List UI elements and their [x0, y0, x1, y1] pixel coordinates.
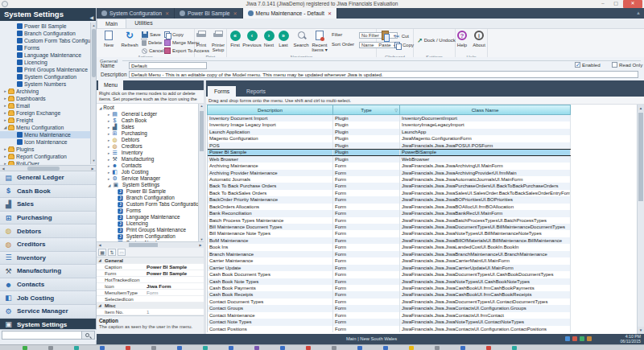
copy-menu-button[interactable]: Copy	[164, 31, 184, 39]
ribbon-tab[interactable]: Utilities	[126, 19, 161, 28]
dock-undock-button[interactable]: ↗Dock / Undock	[417, 37, 456, 44]
menu-tree-node[interactable]: J Forms	[97, 208, 204, 214]
enabled-checkbox[interactable]: Enabled	[575, 62, 601, 68]
table-row[interactable]: BackOrder Priority Maintenance Form Jiwa…	[208, 196, 571, 203]
cancel-button[interactable]: Cancel	[142, 47, 164, 55]
menu-tree-node[interactable]: J Power BI Sample	[97, 188, 204, 195]
description-input[interactable]: Default Menu - This is an editable copy …	[129, 71, 638, 78]
last-button[interactable]: » Last	[276, 31, 291, 47]
name-input[interactable]: Default	[129, 62, 207, 69]
property-value[interactable]: Form	[147, 290, 204, 295]
expander-icon[interactable]: ▸	[108, 151, 109, 155]
table-row[interactable]: Book Ins Form JiwaFinancials.Jiwa.JiwaLa…	[208, 244, 571, 250]
module-nav-item[interactable]: ☻ Contacts	[0, 278, 96, 292]
property-pages-button[interactable]: ▭	[118, 249, 126, 256]
table-row[interactable]: Branch Maintenance Form JiwaFinancials.J…	[208, 251, 571, 257]
table-row[interactable]: Cash Book Document Types Form JiwaFinanc…	[208, 271, 571, 278]
table-row[interactable]: Magento Configuration Plugin JiwaMagento…	[208, 135, 571, 142]
alphabetical-sort-button[interactable]: ⇅	[108, 249, 116, 256]
table-row[interactable]: Bank Reconciliation Form JiwaFinancials.…	[208, 210, 571, 216]
expander-icon[interactable]: ▸	[108, 145, 109, 149]
property-value[interactable]: Power BI Sample	[147, 264, 204, 270]
save-button[interactable]: Save	[142, 31, 161, 39]
taskbar-app-icon[interactable]	[357, 346, 362, 350]
table-row[interactable]: Cash Book Note Types Form JiwaFinancials…	[208, 278, 571, 285]
search-input[interactable]	[2, 331, 82, 340]
scroll-right-icon[interactable]: ▶	[197, 242, 204, 249]
scroll-down-icon[interactable]: ▼	[638, 327, 644, 334]
sidebar-tree-item[interactable]: Forms	[0, 44, 96, 51]
menu-tree-node[interactable]: ▸ ☰ Inventory	[97, 150, 204, 156]
taskbar-app-icon[interactable]	[100, 346, 105, 350]
menu-tree-node[interactable]: ▸ ◍ Creditors	[97, 143, 204, 150]
document-tab[interactable]: Menu Maintenance - Default ✕	[243, 8, 337, 19]
table-row[interactable]: Carrier Update Form JiwaFinancials.Jiwa.…	[208, 265, 571, 271]
sidebar-tree-item[interactable]: Power BI Sample	[0, 23, 96, 30]
grid-scrollbar[interactable]: ▲ ▼	[637, 105, 644, 334]
property-row[interactable]: ◢ Misc	[97, 303, 204, 309]
about-button[interactable]: i About	[470, 31, 488, 47]
expander-icon[interactable]: ▸	[2, 88, 8, 95]
module-nav-item[interactable]: ▟ Sales	[0, 198, 96, 212]
help-button[interactable]: ? Help	[454, 31, 470, 47]
taskbar-app-icon[interactable]	[332, 346, 336, 350]
expander-icon[interactable]: ▸	[108, 177, 109, 181]
sidebar-tree-item[interactable]: ▸ Report Configuration	[0, 153, 96, 160]
table-row[interactable]: Contact Note Types Form JiwaFinancials.J…	[208, 319, 571, 325]
status-icon[interactable]	[565, 336, 570, 341]
menu-tree-node[interactable]: ▸ $ Cash Book	[97, 117, 204, 124]
document-tab[interactable]: Power BI Sample ✕	[175, 8, 243, 19]
expander-icon[interactable]: ▸	[2, 102, 8, 109]
taskbar-app-icon[interactable]	[254, 346, 259, 350]
sidebar-tree-item[interactable]: ▸ Email	[0, 102, 96, 109]
sidebar-tree-item[interactable]: ▸ Archiving	[0, 88, 96, 95]
expander-icon[interactable]: ◢	[99, 106, 101, 110]
table-row[interactable]: Back To BackSales Orders Form JiwaFinanc…	[208, 190, 571, 196]
property-row[interactable]: Item No. 1	[97, 309, 204, 315]
menu-tree-node[interactable]: J Custom Form Tabs Configuratio	[97, 201, 204, 208]
new-button[interactable]: New	[98, 31, 119, 47]
property-row[interactable]: Form Power BI Sample	[97, 270, 204, 277]
menu-tree-node[interactable]: ▸ ⚒ Manufacturing	[97, 156, 204, 163]
sidebar-tree-item[interactable]: ▸ Foreign Exchange	[0, 109, 96, 117]
table-row[interactable]: Contact Groups Form JiwaFinancials.Jiwa.…	[208, 305, 571, 311]
taskbar-app-icon[interactable]	[229, 346, 233, 350]
table-row[interactable]: Cash Book Payments Form JiwaFinancials.J…	[208, 285, 571, 291]
menu-tree-node[interactable]: ▸ ▟ Sales	[97, 124, 204, 130]
expander-icon[interactable]: ▸	[108, 158, 109, 162]
table-row[interactable]: Bill Maintenance Document Types Form Jiw…	[208, 224, 571, 230]
taskbar-app-icon[interactable]	[74, 346, 79, 350]
table-row[interactable]: Contact Positions Form JiwaFinancials.Ji…	[208, 326, 571, 332]
menu-tree-scrollbar[interactable]: ▲ ▼	[198, 104, 204, 241]
taskbar-app-icon[interactable]	[460, 346, 465, 350]
print-button[interactable]: Print	[192, 31, 210, 47]
ribbon-tab[interactable]: Main	[97, 19, 126, 28]
taskbar-app-icon[interactable]	[126, 346, 130, 350]
module-nav-item[interactable]: ◧ Job Costing	[0, 291, 96, 305]
sidebar-tree-item[interactable]: ▸ Dashboards	[0, 95, 96, 102]
module-nav-item[interactable]: ⚒ Manufacturing	[0, 265, 96, 278]
table-row[interactable]: Carrier Maintenance Form JiwaFinancials.…	[208, 257, 571, 264]
property-value[interactable]	[116, 303, 204, 308]
expander-icon[interactable]: ▸	[108, 164, 109, 168]
sidebar-tree-item[interactable]: Language Maintenance	[0, 51, 96, 59]
table-row[interactable]: Contact Maintenance Form JiwaFinancials.…	[208, 312, 571, 319]
table-row[interactable]: Automatic Journals Form JiwaFinancials.J…	[208, 176, 571, 183]
next-button[interactable]: › Next	[262, 31, 276, 47]
table-row[interactable]: Archiving Provider Maintenance Form Jiwa…	[208, 170, 571, 176]
property-value[interactable]: 1	[147, 309, 204, 315]
module-nav-item[interactable]: ⚙ Service Manager	[0, 305, 96, 319]
taskbar-app-icon[interactable]	[383, 346, 388, 350]
recent-items-button[interactable]: Recent Items ▾	[310, 31, 329, 52]
property-row[interactable]: Icon Jiwa Form	[97, 283, 204, 290]
search-button[interactable]	[82, 331, 95, 340]
cut-button[interactable]: ✂Cut	[394, 33, 409, 40]
table-row[interactable]: POS Plugin JiwaFinancials.Jiwa.JiwaPOSUI…	[208, 142, 571, 149]
read-only-checkbox[interactable]: Read Only	[612, 62, 642, 68]
property-row[interactable]: ◢ General	[97, 257, 204, 264]
tab-close-icon[interactable]: ✕	[233, 10, 237, 16]
table-row[interactable]: Back To Back Purchase Orders Form JiwaFi…	[208, 183, 571, 189]
sidebar-hscrollbar[interactable]: ◀ ▶	[0, 165, 96, 171]
table-row[interactable]: Launch Application Plugin LaunchApp	[208, 129, 571, 135]
scroll-thumb[interactable]	[129, 243, 158, 247]
